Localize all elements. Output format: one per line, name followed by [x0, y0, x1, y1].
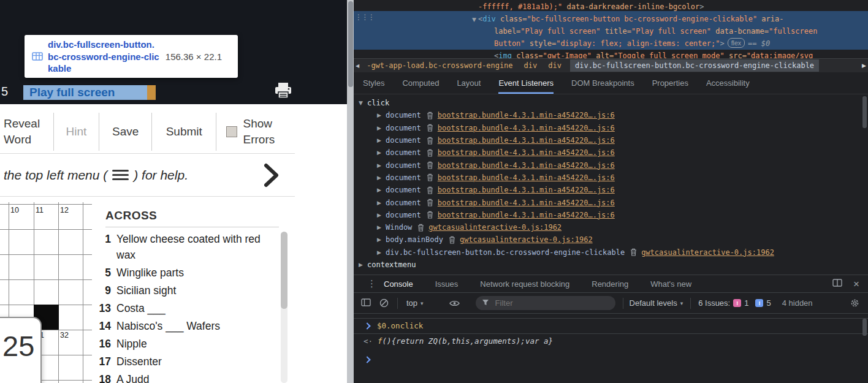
remove-listener-icon[interactable]	[449, 236, 455, 244]
remove-listener-icon[interactable]	[427, 149, 433, 157]
listener-row[interactable]: ▶documentbootstrap.bundle-4.3.1.min-a454…	[354, 209, 868, 221]
clue-row[interactable]: 9Sicilian sight	[95, 283, 295, 298]
tab-computed[interactable]: Computed	[402, 72, 439, 94]
collapse-arrow-icon[interactable]: ▼	[472, 17, 476, 23]
tab-styles[interactable]: Styles	[363, 72, 384, 94]
filter-input[interactable]	[494, 298, 595, 308]
console-result-row[interactable]: <· f (){return ZQ(b,this,arguments);var …	[354, 334, 868, 349]
crumb-scroll-right-icon[interactable]: ▶	[862, 63, 866, 69]
collapsed-triangle-icon[interactable]: ▶	[377, 112, 386, 118]
console-prompt[interactable]	[354, 349, 868, 365]
collapsed-triangle-icon[interactable]: ▶	[377, 150, 386, 156]
listener-source-link[interactable]: bootstrap.bundle-4.3.1.min-a454220….js:6	[438, 211, 615, 219]
live-expression-eye-icon[interactable]	[449, 300, 460, 307]
listener-source-link[interactable]: bootstrap.bundle-4.3.1.min-a454220….js:6	[438, 136, 615, 145]
play-full-screen-button[interactable]: Play full screen	[23, 85, 147, 100]
listener-row[interactable]: ▶body.mainBodygwtcasualinteractive-0.js:…	[354, 233, 868, 246]
dom-line[interactable]: <img class="gwt-Image" alt="Toggle full …	[354, 50, 868, 58]
remove-listener-icon[interactable]	[427, 199, 433, 207]
remove-listener-icon[interactable]	[427, 112, 433, 119]
issues-counter[interactable]: 6 Issues: ! 1 ! 5	[698, 298, 771, 308]
clue-row[interactable]: 16Nipple	[95, 336, 295, 352]
clue-row[interactable]: 18A Judd	[95, 371, 295, 383]
dom-line[interactable]: -ffffff, #181a1b);" data-darkreader-inli…	[354, 1, 868, 13]
listener-row[interactable]: ▶div.bc-fullscreen-button.bc-crossword-e…	[354, 246, 868, 259]
remove-listener-icon[interactable]	[427, 186, 433, 194]
tab-console[interactable]: Console	[384, 279, 413, 289]
collapsed-triangle-icon[interactable]: ▶	[377, 162, 386, 169]
listener-source-link[interactable]: gwtcasualinteractive-0.js:1962	[428, 223, 562, 232]
remove-listener-icon[interactable]	[427, 124, 433, 132]
breadcrumb-item[interactable]: div	[548, 61, 562, 70]
page-scrollbar[interactable]	[347, 0, 354, 383]
clear-console-icon[interactable]	[379, 298, 389, 308]
close-drawer-icon[interactable]: ×	[853, 279, 859, 289]
remove-listener-icon[interactable]	[427, 173, 433, 181]
listener-source-link[interactable]: bootstrap.bundle-4.3.1.min-a454220….js:6	[438, 161, 615, 170]
console-filter[interactable]	[476, 296, 615, 310]
listener-row[interactable]: ▶documentbootstrap.bundle-4.3.1.min-a454…	[354, 122, 868, 134]
remove-listener-icon[interactable]	[630, 248, 637, 256]
tab-event-listeners[interactable]: Event Listeners	[498, 72, 554, 94]
hint-button[interactable]: Hint	[54, 113, 100, 151]
remove-listener-icon[interactable]	[417, 224, 424, 232]
listener-source-link[interactable]: bootstrap.bundle-4.3.1.min-a454220….js:6	[438, 173, 615, 182]
clue-row[interactable]: 5Winglike parts	[95, 265, 295, 281]
dom-line-selected[interactable]: ▼<div class="bc-fullscreen-button bc-cro…	[354, 13, 868, 25]
remove-listener-icon[interactable]	[427, 137, 433, 145]
listener-source-link[interactable]: bootstrap.bundle-4.3.1.min-a454220….js:6	[438, 199, 615, 207]
tab-network-request-blocking[interactable]: Network request blocking	[480, 279, 569, 289]
tab-layout[interactable]: Layout	[457, 72, 481, 94]
remove-listener-icon[interactable]	[427, 211, 433, 219]
tab-issues[interactable]: Issues	[435, 279, 459, 289]
listener-row[interactable]: ▶documentbootstrap.bundle-4.3.1.min-a454…	[354, 159, 868, 171]
drawer-menu-icon[interactable]: ⋮	[367, 278, 376, 289]
console-command-row[interactable]: $0.onclick	[354, 318, 868, 334]
listener-source-link[interactable]: gwtcasualinteractive-0.js:1962	[460, 235, 593, 244]
clue-scrollbar-thumb[interactable]	[281, 232, 287, 309]
listener-source-link[interactable]: bootstrap.bundle-4.3.1.min-a454220….js:6	[438, 111, 615, 119]
expanded-triangle-icon[interactable]: ▼	[359, 100, 367, 106]
collapsed-triangle-icon[interactable]: ▶	[377, 200, 386, 206]
breadcrumb-item[interactable]: -gwt-app-load.bc-crossword-engine	[367, 61, 512, 70]
tab-whats-new[interactable]: What's new	[650, 279, 691, 289]
node-menu-ellipsis-icon[interactable]: ⋮⋮⋮	[355, 13, 375, 21]
page-scrollbar-thumb[interactable]	[348, 1, 353, 87]
collapsed-triangle-icon[interactable]: ▶	[377, 187, 386, 193]
tab-rendering[interactable]: Rendering	[592, 279, 628, 289]
collapsed-triangle-icon[interactable]: ▶	[377, 249, 386, 256]
tab-properties[interactable]: Properties	[652, 72, 688, 94]
flex-badge[interactable]: flex	[728, 38, 745, 48]
listener-source-link[interactable]: bootstrap.bundle-4.3.1.min-a454220….js:6	[438, 186, 615, 194]
panel-scrollbar-thumb[interactable]	[862, 96, 867, 128]
collapsed-triangle-icon[interactable]: ▶	[377, 212, 386, 218]
event-group-contextmenu[interactable]: ▶contextmenu	[354, 259, 868, 271]
dom-line-selected[interactable]: Button" style="display: flex; align-item…	[354, 37, 868, 50]
listener-row[interactable]: ▶documentbootstrap.bundle-4.3.1.min-a454…	[354, 146, 868, 159]
context-selector[interactable]: top▾	[406, 298, 424, 308]
listener-row[interactable]: ▶documentbootstrap.bundle-4.3.1.min-a454…	[354, 184, 868, 196]
listener-source-link[interactable]: bootstrap.bundle-4.3.1.min-a454220….js:6	[438, 148, 615, 157]
event-group-click[interactable]: ▼click	[354, 97, 868, 109]
listener-row[interactable]: ▶documentbootstrap.bundle-4.3.1.min-a454…	[354, 196, 868, 208]
console-settings-gear-icon[interactable]	[850, 298, 859, 308]
listener-row[interactable]: ▶documentbootstrap.bundle-4.3.1.min-a454…	[354, 134, 868, 146]
collapsed-triangle-icon[interactable]: ▶	[359, 262, 367, 268]
clue-row[interactable]: 1Yellow cheese coated with red wax	[95, 231, 295, 263]
console-scrollbar-thumb[interactable]	[862, 319, 867, 336]
collapsed-triangle-icon[interactable]: ▶	[377, 125, 386, 131]
collapsed-triangle-icon[interactable]: ▶	[377, 224, 386, 230]
dock-split-icon[interactable]	[832, 279, 842, 289]
dom-line-selected[interactable]: label="Play full screen" title="Play ful…	[354, 25, 868, 37]
show-errors-checkbox[interactable]	[226, 126, 237, 137]
collapsed-triangle-icon[interactable]: ▶	[377, 237, 386, 243]
listener-row[interactable]: ▶documentbootstrap.bundle-4.3.1.min-a454…	[354, 172, 868, 184]
reveal-word-button[interactable]: Reveal Word	[0, 113, 54, 151]
clue-row[interactable]: 13Costa ___	[95, 300, 295, 316]
listener-source-link[interactable]: gwtcasualinteractive-0.js:1962	[641, 248, 774, 257]
tab-dom-breakpoints[interactable]: DOM Breakpoints	[571, 72, 634, 94]
collapsed-triangle-icon[interactable]: ▶	[377, 137, 386, 143]
save-button[interactable]: Save	[99, 113, 152, 151]
breadcrumb-item-selected[interactable]: div.bc-fullscreen-button.bc-crossword-en…	[570, 59, 819, 72]
print-icon[interactable]	[274, 82, 292, 102]
